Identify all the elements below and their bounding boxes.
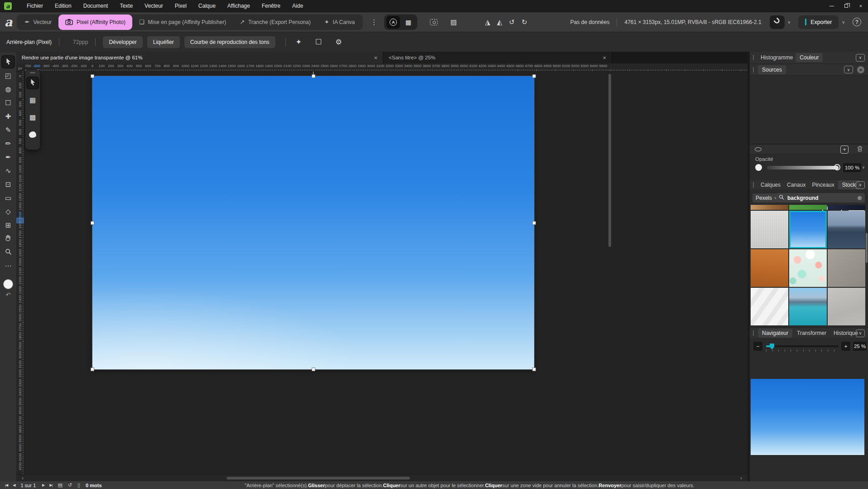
flip-horizontal-button[interactable]: ◮ — [485, 18, 490, 26]
first-page-button[interactable]: |◀ — [5, 483, 8, 487]
turquoise-lake-thumbnail[interactable] — [789, 288, 827, 325]
opacity-value[interactable]: 100 % — [843, 163, 861, 172]
face-selection-button[interactable] — [430, 19, 438, 25]
menu-fenêtre[interactable]: Fenêtre — [256, 0, 286, 12]
tab-histogramme[interactable]: Histogramme — [758, 53, 796, 62]
resize-handle-top-left[interactable] — [91, 74, 94, 78]
enhance-button[interactable]: ✦ — [296, 38, 302, 46]
sources-collapse-button[interactable]: ∨ — [844, 66, 853, 73]
marquee-tool[interactable]: ☐ — [1, 96, 15, 109]
persona-canva[interactable]: ✦IA Canva — [318, 15, 362, 30]
node-tool[interactable]: ◇ — [1, 205, 15, 218]
mesh-warp-tool[interactable]: ▦ — [26, 94, 39, 107]
palette-drag-handle[interactable] — [30, 72, 35, 73]
night-sky-thumbnail[interactable] — [828, 205, 865, 210]
stock-search-field[interactable]: ⊗ — [776, 193, 865, 203]
tab-pinceaux[interactable]: Pinceaux — [809, 180, 837, 189]
resize-handle-right[interactable] — [532, 221, 536, 225]
resize-handle-bottom-right[interactable] — [532, 368, 536, 371]
wood-texture-thumbnail[interactable] — [751, 249, 788, 287]
next-page-button[interactable]: ▶ — [42, 483, 44, 487]
document-icon[interactable]: ▯ — [77, 482, 80, 488]
reset-colors-icon[interactable]: ↶ — [6, 291, 11, 298]
persona-publisher[interactable]: ❏Mise en page (Affinity Publisher) — [132, 15, 233, 30]
clone-stamp-tool[interactable]: ⊡ — [1, 178, 15, 191]
zoom-slider-handle[interactable] — [770, 344, 774, 349]
panel-grip[interactable] — [753, 182, 754, 188]
vector-brush-tool[interactable]: ∿ — [1, 164, 15, 177]
tab-canaux[interactable]: Canaux — [784, 180, 808, 189]
persona-tranche[interactable]: ↗Tranche (Export Persona) — [233, 15, 318, 30]
ruler-unit-label[interactable]: px — [16, 63, 24, 72]
snapping-button[interactable] — [770, 15, 785, 29]
pan-tool[interactable] — [1, 232, 15, 245]
resize-handle-bottom-left[interactable] — [91, 368, 94, 371]
canvas-vertical-scrollbar[interactable] — [608, 74, 611, 247]
zoom-out-button[interactable]: − — [753, 342, 762, 351]
vertical-ruler[interactable]: 0100200300400500600700800900100011001200… — [16, 72, 24, 474]
horizontal-scroll-thumb[interactable] — [227, 477, 410, 479]
last-page-button[interactable]: ▶| — [49, 483, 52, 487]
more-tools-button[interactable]: ⋯ — [1, 259, 15, 272]
maximize-button[interactable] — [839, 0, 854, 12]
selection-options-button[interactable]: ☐ — [315, 38, 322, 46]
opacity-slider-track[interactable] — [767, 166, 839, 169]
pastry-thumbnail[interactable] — [751, 205, 788, 210]
texture-fill-button[interactable]: ▨ — [450, 18, 457, 26]
scroll-right-button[interactable]: › — [738, 474, 745, 482]
opacity-swatch[interactable] — [755, 164, 762, 171]
canvas-viewport[interactable] — [24, 72, 747, 474]
blue-sky-thumbnail[interactable] — [789, 211, 827, 248]
document-tab-1[interactable]: Rendre une partie d'une image transparen… — [16, 52, 383, 63]
canvas-horizontal-scrollbar[interactable]: ‹ › — [16, 474, 747, 481]
tab-transformer[interactable]: Transformer — [794, 329, 829, 338]
resize-handle-bottom[interactable] — [312, 368, 315, 371]
document-image[interactable] — [92, 76, 534, 369]
settings-button[interactable]: ⚙ — [335, 38, 342, 46]
sync-button[interactable]: ↺ — [68, 482, 72, 488]
persona-vecteur[interactable]: ✒Vecteur — [18, 15, 59, 30]
zoom-in-button[interactable]: + — [841, 342, 850, 351]
menu-vecteur[interactable]: Vecteur — [139, 0, 169, 12]
menu-aide[interactable]: Aide — [286, 0, 309, 12]
context-button-liqu-fier[interactable]: Liquéfier — [147, 36, 180, 48]
previous-page-button[interactable]: ◀ — [13, 483, 15, 487]
color-swatch[interactable] — [3, 279, 13, 289]
mesh-warp-tool[interactable]: ⊞ — [1, 218, 15, 232]
ellipse-mask-button[interactable] — [755, 147, 762, 151]
zoom-slider-track[interactable] — [766, 345, 839, 347]
resize-handle-top-right[interactable] — [532, 74, 536, 78]
scroll-left-button[interactable]: ‹ — [19, 474, 26, 482]
concrete-texture-thumbnail[interactable] — [828, 249, 865, 287]
healing-brush-tool[interactable]: ✚ — [1, 110, 15, 123]
granite-texture-thumbnail[interactable] — [828, 288, 865, 325]
paint-brush-tool[interactable]: ✎ — [1, 123, 15, 136]
stock-search-input[interactable] — [786, 194, 850, 202]
studio-collapse-button[interactable]: ∨ — [856, 181, 865, 189]
mountain-lake-thumbnail[interactable] — [828, 211, 865, 248]
bokeh-lights-thumbnail[interactable] — [789, 249, 827, 287]
pen-tool[interactable]: ✒ — [1, 150, 15, 164]
panel-grip[interactable] — [753, 67, 754, 73]
navigator-collapse-button[interactable]: ∨ — [856, 329, 865, 337]
selection-brush-tool[interactable]: ◍ — [1, 82, 15, 96]
menu-edition[interactable]: Edition — [49, 0, 77, 12]
floating-tool-palette[interactable]: ▦▩ — [25, 69, 40, 150]
close-tab-button[interactable]: × — [374, 54, 377, 61]
panel-collapse-button[interactable]: ∨ — [856, 54, 865, 62]
rotate-ccw-button[interactable]: ↺ — [509, 18, 515, 26]
opacity-dropdown-button[interactable]: ∨ — [862, 165, 865, 169]
menu-document[interactable]: Document — [77, 0, 114, 12]
crop-tool[interactable]: ◰ — [1, 69, 15, 82]
tab-navigateur[interactable]: Navigateur — [758, 329, 792, 338]
export-button[interactable]: Exporter — [798, 15, 839, 29]
context-button-d-velopper[interactable]: Développer — [103, 36, 142, 48]
panel-grip[interactable] — [753, 55, 754, 60]
add-layer-button[interactable]: + — [840, 145, 849, 154]
assistant-toggle-button[interactable]: A — [386, 16, 400, 29]
persona-pixel[interactable]: Pixel (Affinity Photo) — [58, 15, 132, 30]
grass-thumbnail[interactable] — [789, 205, 827, 210]
tab-sources[interactable]: Sources — [758, 65, 786, 74]
flip-vertical-button[interactable]: ◭ — [497, 18, 502, 26]
tab-couleur[interactable]: Couleur — [796, 53, 823, 62]
